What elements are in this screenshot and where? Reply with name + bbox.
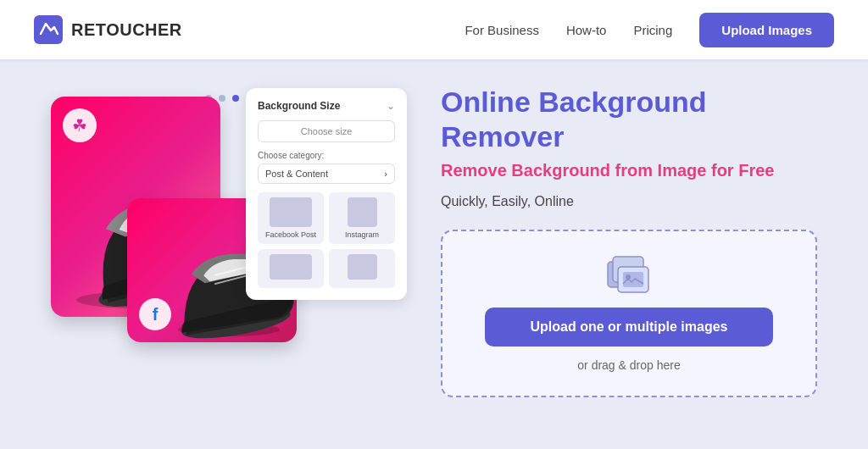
grid-label-facebook: Facebook Post: [265, 230, 316, 239]
hero-title: Online Background Remover: [441, 85, 817, 154]
upload-images-icon: [606, 255, 652, 296]
panel-chevron-icon: ⌄: [387, 100, 395, 112]
grid-item-extra1[interactable]: [258, 249, 324, 288]
upload-multiple-button[interactable]: Upload one or multiple images: [485, 308, 773, 346]
hero-subtitle: Remove Background from Image for Free: [441, 161, 817, 180]
grid-thumb-extra1: [270, 254, 312, 280]
choose-size-button[interactable]: Choose size: [258, 120, 395, 142]
category-label: Choose category:: [258, 151, 395, 160]
logo: RETOUCHER: [34, 15, 182, 44]
hero-section: Online Background Remover Remove Backgro…: [441, 85, 817, 397]
svg-rect-0: [34, 15, 63, 44]
header-upload-button[interactable]: Upload Images: [699, 13, 834, 47]
header: RETOUCHER For Business How-to Pricing Up…: [0, 0, 868, 59]
panel-header: Background Size ⌄: [258, 100, 395, 112]
grid-thumb-facebook: [270, 197, 312, 227]
logo-icon: [34, 15, 63, 44]
panel-title: Background Size: [258, 100, 340, 112]
background-size-panel: Background Size ⌄ Choose size Choose cat…: [246, 88, 407, 300]
logo-text: RETOUCHER: [71, 20, 182, 40]
facebook-icon: f: [153, 305, 159, 324]
illustration-area: ☘: [51, 88, 407, 393]
grid-item-instagram[interactable]: Instagram: [329, 192, 395, 244]
drag-drop-text: or drag & drop here: [577, 358, 680, 372]
grid-item-extra2[interactable]: [329, 249, 395, 288]
dot-3-active[interactable]: [232, 95, 239, 102]
nav-how-to[interactable]: How-to: [566, 23, 607, 37]
category-value: Post & Content: [265, 169, 328, 179]
instagram-icon: ☘: [72, 115, 87, 136]
grid-label-instagram: Instagram: [345, 230, 379, 239]
size-grid: Facebook Post Instagram: [258, 192, 395, 288]
main-nav: For Business How-to Pricing Upload Image…: [465, 13, 834, 47]
main-content: ☘: [0, 59, 868, 414]
nav-for-business[interactable]: For Business: [465, 23, 539, 37]
upload-zone[interactable]: Upload one or multiple images or drag & …: [441, 230, 817, 397]
hero-description: Quickly, Easily, Online: [441, 194, 817, 209]
category-select[interactable]: Post & Content ›: [258, 164, 395, 184]
grid-thumb-extra2: [348, 254, 377, 280]
grid-thumb-instagram: [348, 197, 377, 227]
grid-item-facebook[interactable]: Facebook Post: [258, 192, 324, 244]
category-chevron-icon: ›: [384, 169, 387, 179]
nav-pricing[interactable]: Pricing: [633, 23, 672, 37]
dot-2[interactable]: [219, 95, 225, 102]
